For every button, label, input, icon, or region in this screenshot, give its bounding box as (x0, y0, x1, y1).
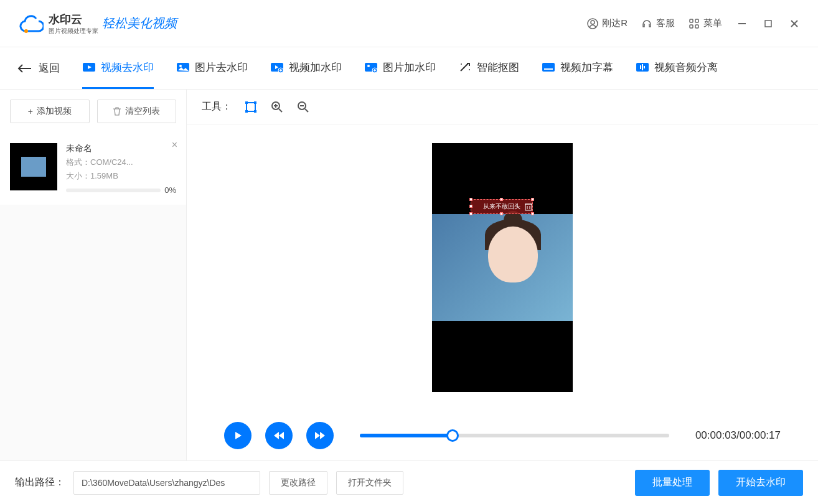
tab-video-subtitle[interactable]: 视频加字幕 (542, 48, 613, 89)
svg-rect-8 (765, 21, 771, 27)
video-plus-icon (270, 61, 284, 73)
minimize-button[interactable] (736, 17, 748, 30)
svg-rect-23 (542, 63, 555, 72)
output-label: 输出路径： (15, 476, 65, 489)
delete-selection-icon[interactable] (524, 202, 534, 212)
tab-video-remove-watermark[interactable]: 视频去水印 (82, 48, 154, 89)
file-progress-bar (66, 189, 161, 192)
maximize-icon (763, 19, 773, 29)
file-item[interactable]: 未命名 格式：COM/C24... 大小：1.59MB 0% × (0, 133, 186, 205)
svg-line-32 (279, 109, 282, 112)
tab-bar: 返回 视频去水印 图片去水印 视频加水印 图片加水印 智能抠图 视频加字幕 视频… (0, 47, 818, 90)
svg-point-22 (469, 69, 470, 70)
zoom-in-button[interactable] (270, 100, 284, 114)
trash-icon (113, 107, 121, 116)
sidebar: + 添加视频 清空列表 未命名 格式：COM/C24... 大小：1.59MB … (0, 90, 187, 460)
footer: 输出路径： 更改路径 打开文件夹 批量处理 开始去水印 (0, 460, 818, 504)
rewind-icon (273, 430, 285, 441)
svg-rect-5 (690, 25, 693, 28)
batch-process-button[interactable]: 批量处理 (635, 470, 710, 496)
subtitle-icon (542, 61, 555, 73)
svg-point-0 (24, 29, 28, 33)
wand-icon (458, 61, 472, 73)
file-size: 大小：1.59MB (66, 170, 176, 182)
tab-audio-separate[interactable]: 视频音频分离 (636, 48, 718, 89)
video-canvas[interactable]: 从来不敢回头 (187, 124, 818, 411)
user-button[interactable]: 刚达R (587, 17, 628, 29)
rewind-button[interactable] (265, 422, 293, 449)
svg-marker-43 (274, 432, 279, 439)
file-name: 未命名 (66, 143, 176, 154)
svg-rect-29 (245, 110, 248, 113)
menu-button[interactable]: 菜单 (689, 17, 722, 29)
maximize-button[interactable] (762, 17, 774, 30)
play-icon (232, 430, 243, 441)
headset-icon (641, 18, 652, 29)
svg-rect-24 (544, 68, 553, 70)
select-icon (245, 101, 257, 113)
arrow-left-icon (17, 63, 32, 73)
clear-list-button[interactable]: 清空列表 (97, 100, 177, 123)
file-remove-button[interactable]: × (172, 139, 177, 151)
watermark-selection[interactable]: 从来不敢回头 (471, 199, 533, 214)
video-icon (82, 61, 96, 73)
svg-point-2 (591, 21, 595, 24)
zoom-in-icon (271, 101, 283, 113)
start-button[interactable]: 开始去水印 (718, 470, 803, 496)
svg-point-14 (179, 65, 182, 67)
svg-rect-26 (247, 103, 255, 111)
tab-image-remove-watermark[interactable]: 图片去水印 (176, 48, 248, 89)
svg-point-21 (461, 63, 462, 65)
svg-marker-44 (279, 432, 284, 439)
support-button[interactable]: 客服 (641, 17, 675, 29)
back-button[interactable]: 返回 (17, 61, 60, 75)
zoom-out-icon (297, 101, 309, 113)
forward-button[interactable] (306, 422, 334, 449)
output-path-input[interactable] (73, 471, 260, 495)
app-name: 水印云 (49, 12, 98, 27)
change-path-button[interactable]: 更改路径 (269, 471, 327, 495)
logo: 水印云 图片视频处理专家 (17, 12, 98, 35)
svg-rect-27 (245, 101, 248, 104)
image-plus-icon (364, 61, 378, 73)
plus-icon: + (28, 106, 33, 116)
add-video-button[interactable]: + 添加视频 (10, 100, 90, 123)
svg-marker-46 (320, 432, 325, 439)
open-folder-button[interactable]: 打开文件夹 (336, 471, 403, 495)
minimize-icon (737, 19, 747, 29)
user-icon (587, 18, 598, 29)
image-icon (176, 61, 190, 73)
titlebar: 水印云 图片视频处理专家 轻松美化视频 刚达R 客服 菜单 (0, 0, 818, 47)
close-icon (789, 19, 799, 29)
tab-image-add-watermark[interactable]: 图片加水印 (364, 48, 436, 89)
svg-rect-30 (254, 110, 256, 113)
tab-smart-cutout[interactable]: 智能抠图 (458, 48, 519, 89)
grid-icon (689, 18, 700, 29)
svg-point-19 (367, 65, 370, 67)
svg-rect-6 (695, 25, 698, 28)
file-format: 格式：COM/C24... (66, 157, 176, 168)
zoom-out-button[interactable] (296, 100, 310, 114)
playback-controls: 00:00:03/00:00:17 (187, 411, 818, 460)
selection-text: 从来不敢回头 (483, 202, 520, 211)
play-button[interactable] (224, 422, 252, 449)
svg-rect-28 (254, 101, 256, 104)
seek-thumb[interactable] (446, 429, 459, 442)
select-tool-button[interactable] (244, 100, 258, 114)
svg-rect-3 (690, 19, 693, 22)
tab-video-add-watermark[interactable]: 视频加水印 (270, 48, 342, 89)
cloud-logo-icon (17, 12, 44, 35)
close-button[interactable] (788, 17, 801, 30)
svg-marker-42 (235, 432, 242, 439)
slogan: 轻松美化视频 (102, 15, 177, 32)
editor-toolbar: 工具： (187, 90, 818, 124)
svg-marker-45 (315, 432, 320, 439)
audio-icon (636, 61, 649, 73)
forward-icon (314, 430, 326, 441)
tools-label: 工具： (202, 100, 232, 113)
seek-slider[interactable] (360, 434, 669, 437)
file-thumbnail (10, 143, 57, 190)
time-display: 00:00:03/00:00:17 (695, 429, 781, 442)
file-progress-pct: 0% (164, 185, 176, 195)
video-frame: 从来不敢回头 (432, 143, 573, 392)
